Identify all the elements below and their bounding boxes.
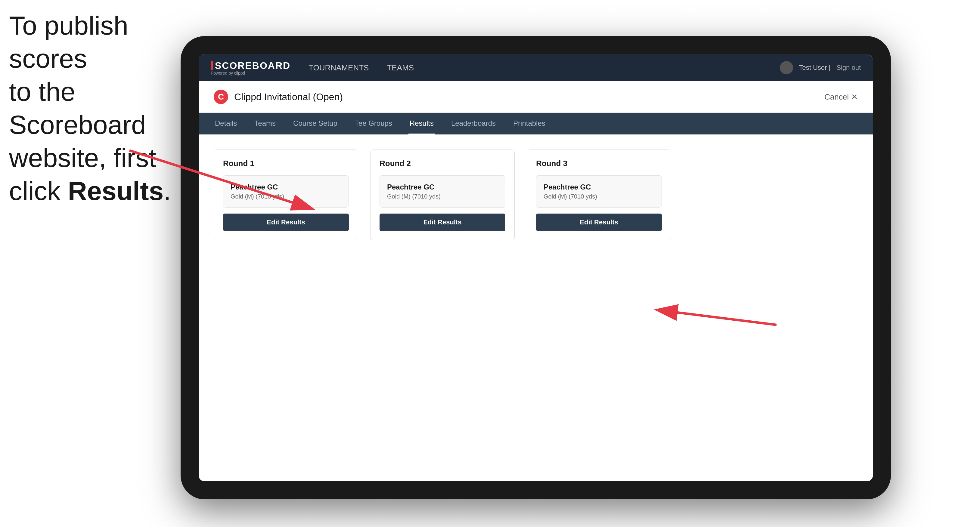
tournament-header: C Clippd Invitational (Open) Cancel ✕ bbox=[199, 81, 873, 113]
round-1-card: Round 1 Peachtree GC Gold (M) (7010 yds)… bbox=[214, 149, 358, 240]
tab-details[interactable]: Details bbox=[214, 113, 238, 135]
secondary-nav: Details Teams Course Setup Tee Groups Re… bbox=[199, 113, 873, 135]
scoreboard-logo: SCOREBOARD Powered by clippd bbox=[211, 60, 290, 76]
logo-subtitle: Powered by clippd bbox=[211, 71, 290, 76]
user-name: Test User | bbox=[799, 64, 831, 71]
round-3-title: Round 3 bbox=[536, 159, 662, 168]
tournament-name: Clippd Invitational (Open) bbox=[234, 91, 824, 103]
nav-teams[interactable]: TEAMS bbox=[387, 63, 414, 73]
round-1-title: Round 1 bbox=[223, 159, 349, 168]
logo-red-bar bbox=[211, 61, 213, 70]
round-3-course-details: Gold (M) (7010 yds) bbox=[544, 193, 654, 200]
tab-tee-groups[interactable]: Tee Groups bbox=[354, 113, 393, 135]
tablet-device: SCOREBOARD Powered by clippd TOURNAMENTS… bbox=[181, 36, 891, 499]
round-3-course-card: Peachtree GC Gold (M) (7010 yds) bbox=[536, 175, 662, 208]
instruction-left: To publish scores to the Scoreboard webs… bbox=[9, 9, 184, 208]
round-3-edit-results-button[interactable]: Edit Results bbox=[536, 214, 662, 231]
round-2-title: Round 2 bbox=[380, 159, 505, 168]
tab-course-setup[interactable]: Course Setup bbox=[292, 113, 339, 135]
close-icon: ✕ bbox=[851, 92, 858, 102]
round-2-edit-results-button[interactable]: Edit Results bbox=[380, 214, 505, 231]
sign-out-link[interactable]: Sign out bbox=[837, 64, 861, 71]
tab-teams[interactable]: Teams bbox=[253, 113, 277, 135]
round-2-course-card: Peachtree GC Gold (M) (7010 yds) bbox=[380, 175, 505, 208]
tab-leaderboards[interactable]: Leaderboards bbox=[450, 113, 497, 135]
rounds-grid: Round 1 Peachtree GC Gold (M) (7010 yds)… bbox=[214, 149, 858, 240]
round-1-edit-results-button[interactable]: Edit Results bbox=[223, 214, 349, 231]
round-3-course-name: Peachtree GC bbox=[544, 183, 654, 191]
nav-tournaments[interactable]: TOURNAMENTS bbox=[309, 63, 369, 73]
round-1-course-details: Gold (M) (7010 yds) bbox=[231, 193, 341, 200]
tournament-logo-icon: C bbox=[214, 90, 228, 104]
tab-results[interactable]: Results bbox=[409, 113, 435, 135]
cancel-button[interactable]: Cancel ✕ bbox=[824, 92, 858, 102]
round-1-course-card: Peachtree GC Gold (M) (7010 yds) bbox=[223, 175, 349, 208]
tablet-screen: SCOREBOARD Powered by clippd TOURNAMENTS… bbox=[199, 54, 873, 481]
round-3-card: Round 3 Peachtree GC Gold (M) (7010 yds)… bbox=[527, 149, 671, 240]
round-1-course-name: Peachtree GC bbox=[231, 183, 341, 191]
round-2-course-details: Gold (M) (7010 yds) bbox=[387, 193, 498, 200]
content-area: C Clippd Invitational (Open) Cancel ✕ De… bbox=[199, 81, 873, 481]
round-2-course-name: Peachtree GC bbox=[387, 183, 498, 191]
tab-printables[interactable]: Printables bbox=[512, 113, 547, 135]
round-2-card: Round 2 Peachtree GC Gold (M) (7010 yds)… bbox=[370, 149, 515, 240]
top-nav: SCOREBOARD Powered by clippd TOURNAMENTS… bbox=[199, 54, 873, 81]
user-avatar bbox=[780, 61, 793, 74]
rounds-section: Round 1 Peachtree GC Gold (M) (7010 yds)… bbox=[199, 135, 873, 256]
logo-title: SCOREBOARD bbox=[215, 60, 290, 71]
nav-user: Test User | Sign out bbox=[780, 61, 861, 74]
nav-links: TOURNAMENTS TEAMS bbox=[309, 63, 780, 73]
